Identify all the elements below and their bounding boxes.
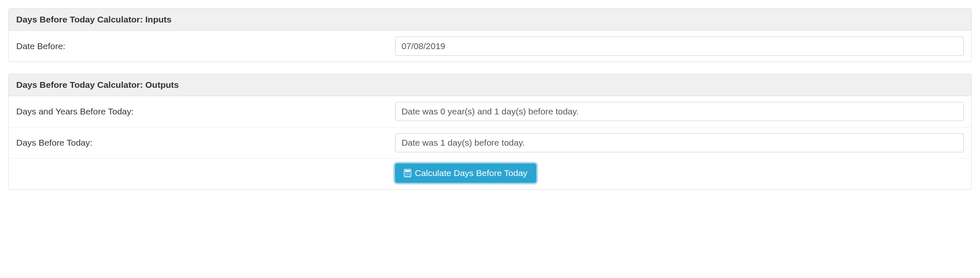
days-years-row: Days and Years Before Today:: [9, 96, 971, 127]
outputs-panel-body: Days and Years Before Today: Days Before…: [9, 96, 971, 189]
days-years-label: Days and Years Before Today:: [16, 107, 395, 117]
svg-point-4: [409, 173, 410, 174]
days-years-output[interactable]: [395, 102, 964, 121]
svg-point-7: [409, 174, 410, 175]
inputs-panel-body: Date Before:: [9, 31, 971, 62]
calculate-button-label: Calculate Days Before Today: [415, 168, 527, 178]
inputs-panel-header: Days Before Today Calculator: Inputs: [9, 9, 971, 31]
date-before-row: Date Before:: [9, 31, 971, 62]
svg-point-2: [405, 173, 406, 174]
outputs-panel-header: Days Before Today Calculator: Outputs: [9, 74, 971, 96]
button-row: Calculate Days Before Today: [9, 159, 971, 189]
calculator-icon: [404, 169, 411, 177]
outputs-panel: Days Before Today Calculator: Outputs Da…: [8, 74, 972, 190]
inputs-panel: Days Before Today Calculator: Inputs Dat…: [8, 8, 972, 62]
days-before-row: Days Before Today:: [9, 127, 971, 159]
svg-point-5: [405, 174, 406, 175]
date-before-label: Date Before:: [16, 41, 395, 51]
date-before-input[interactable]: [395, 37, 964, 56]
svg-point-9: [407, 176, 408, 176]
svg-point-10: [409, 176, 410, 176]
days-before-label: Days Before Today:: [16, 138, 395, 148]
days-before-output[interactable]: [395, 133, 964, 152]
svg-rect-1: [405, 170, 410, 172]
svg-point-8: [405, 176, 406, 176]
calculate-button[interactable]: Calculate Days Before Today: [395, 164, 536, 183]
svg-point-3: [407, 173, 408, 174]
svg-point-6: [407, 174, 408, 175]
